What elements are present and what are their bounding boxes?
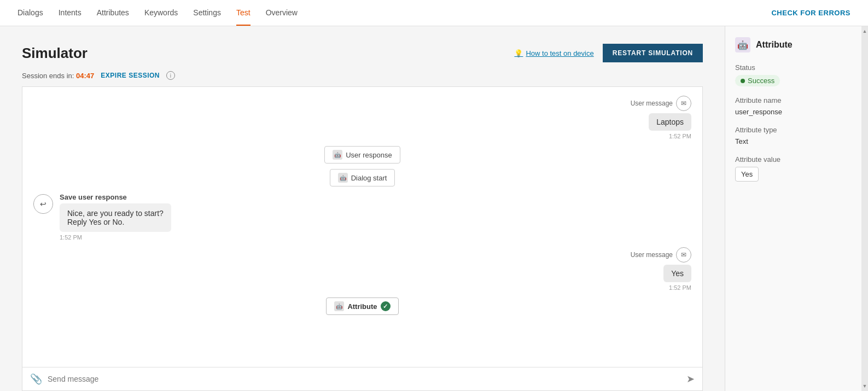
chat-container: User message ✉ Laptops 1:52 PM 🤖 User re… bbox=[22, 86, 703, 391]
rp-attr-type-label: Attribute type bbox=[735, 126, 852, 134]
save-user-label: Save user response bbox=[60, 193, 171, 201]
bot-icon-dialog-start: 🤖 bbox=[338, 173, 348, 183]
attribute-tag-label: Attribute bbox=[347, 302, 377, 311]
save-icon: ↩ bbox=[33, 194, 53, 214]
rp-attr-type-section: Attribute type Text bbox=[735, 126, 852, 145]
rp-status-section: Status Success bbox=[735, 63, 852, 86]
user-message-text-2: User message bbox=[631, 251, 673, 259]
user-response-button[interactable]: 🤖 User response bbox=[324, 146, 400, 164]
session-timer: 04:47 bbox=[76, 72, 94, 80]
rp-attr-name-section: Attribute name user_response bbox=[735, 96, 852, 116]
check-errors-button[interactable]: CHECK FOR ERRORS bbox=[771, 9, 850, 17]
scroll-down-arrow[interactable]: ▼ bbox=[863, 381, 867, 391]
right-panel: 🤖 Attribute Status Success Attribute nam… bbox=[725, 26, 861, 391]
attribute-check-icon: ✓ bbox=[381, 301, 391, 311]
nav-settings[interactable]: Settings bbox=[193, 1, 221, 26]
chat-input-bar: 📎 ➤ bbox=[22, 367, 702, 390]
top-nav: Dialogs Intents Attributes Keywords Sett… bbox=[0, 0, 868, 26]
rp-attr-name-label: Attribute name bbox=[735, 96, 852, 104]
message-icon-2: ✉ bbox=[676, 247, 691, 262]
rp-attr-type-value: Text bbox=[735, 137, 852, 145]
session-prefix: Session ends in: bbox=[22, 72, 74, 80]
nav-intents[interactable]: Intents bbox=[59, 1, 81, 26]
rp-attr-value-label: Attribute value bbox=[735, 155, 852, 164]
user-message-label-1: User message ✉ bbox=[631, 96, 691, 111]
flow-buttons: 🤖 User response 🤖 Dialog start bbox=[33, 146, 691, 186]
timestamp-save: 1:52 PM bbox=[60, 234, 171, 241]
message-yes: User message ✉ Yes 1:52 PM bbox=[33, 247, 691, 291]
dialog-start-button[interactable]: 🤖 Dialog start bbox=[330, 169, 395, 186]
rp-bot-icon: 🤖 bbox=[735, 37, 750, 52]
nav-attributes[interactable]: Attributes bbox=[97, 1, 129, 26]
how-to-label: How to test on device bbox=[526, 49, 593, 57]
user-message-label-2: User message ✉ bbox=[631, 247, 691, 262]
chat-scroll[interactable]: User message ✉ Laptops 1:52 PM 🤖 User re… bbox=[22, 87, 702, 367]
message-laptops: User message ✉ Laptops 1:52 PM bbox=[33, 96, 691, 139]
rp-title-row: 🤖 Attribute bbox=[735, 37, 852, 52]
timestamp-laptops: 1:52 PM bbox=[669, 133, 691, 139]
main-area: Simulator 💡 How to test on device RESTAR… bbox=[0, 26, 868, 391]
user-response-label: User response bbox=[346, 151, 392, 159]
bubble-line1: Nice, are you ready to start? bbox=[67, 209, 164, 218]
simulator-panel: Simulator 💡 How to test on device RESTAR… bbox=[0, 26, 725, 391]
simulator-header: Simulator 💡 How to test on device RESTAR… bbox=[22, 44, 703, 62]
attach-icon[interactable]: 📎 bbox=[30, 373, 42, 385]
info-icon[interactable]: i bbox=[166, 71, 175, 80]
send-icon[interactable]: ➤ bbox=[686, 373, 695, 385]
bubble-laptops: Laptops bbox=[649, 113, 691, 131]
bubble-line2: Reply Yes or No. bbox=[67, 218, 124, 226]
success-text: Success bbox=[748, 77, 774, 85]
bulb-icon: 💡 bbox=[514, 49, 523, 57]
bubble-save: Nice, are you ready to start? Reply Yes … bbox=[60, 203, 171, 232]
simulator-header-right: 💡 How to test on device RESTART SIMULATI… bbox=[514, 44, 703, 62]
message-input[interactable] bbox=[48, 375, 681, 383]
bot-icon-attribute: 🤖 bbox=[334, 301, 344, 311]
session-time-label: Session ends in: 04:47 bbox=[22, 72, 94, 80]
dialog-start-label: Dialog start bbox=[351, 174, 387, 182]
rp-attr-value-section: Attribute value Yes bbox=[735, 155, 852, 182]
rp-title: Attribute bbox=[756, 40, 793, 50]
nav-dialogs[interactable]: Dialogs bbox=[18, 1, 43, 26]
rp-attr-value-box: Yes bbox=[735, 167, 759, 182]
nav-keywords[interactable]: Keywords bbox=[144, 1, 178, 26]
restart-simulation-button[interactable]: RESTART SIMULATION bbox=[603, 44, 703, 62]
scroll-up-arrow[interactable]: ▲ bbox=[863, 26, 867, 36]
save-user-response: ↩ Save user response Nice, are you ready… bbox=[33, 193, 691, 241]
attribute-tag-row: 🤖 Attribute ✓ bbox=[33, 297, 691, 315]
success-badge: Success bbox=[735, 75, 780, 86]
rp-attr-name-value: user_response bbox=[735, 108, 852, 116]
nav-test[interactable]: Test bbox=[236, 1, 251, 26]
page-scrollbar[interactable]: ▲ ▼ bbox=[861, 26, 868, 391]
success-dot bbox=[741, 79, 745, 83]
how-to-link[interactable]: 💡 How to test on device bbox=[514, 49, 593, 57]
message-icon-1: ✉ bbox=[676, 96, 691, 111]
session-bar: Session ends in: 04:47 EXPIRE SESSION i bbox=[22, 71, 703, 80]
user-message-text-1: User message bbox=[631, 100, 673, 107]
nav-links: Dialogs Intents Attributes Keywords Sett… bbox=[18, 1, 298, 26]
save-content: Save user response Nice, are you ready t… bbox=[60, 193, 171, 241]
rp-status-label: Status bbox=[735, 63, 852, 72]
expire-session-button[interactable]: EXPIRE SESSION bbox=[101, 72, 160, 79]
timestamp-yes: 1:52 PM bbox=[669, 284, 691, 291]
nav-overview[interactable]: Overview bbox=[266, 1, 298, 26]
bubble-yes: Yes bbox=[663, 265, 691, 282]
bot-icon-user-response: 🤖 bbox=[333, 150, 342, 160]
simulator-title: Simulator bbox=[22, 45, 88, 62]
attribute-tag[interactable]: 🤖 Attribute ✓ bbox=[326, 297, 398, 315]
